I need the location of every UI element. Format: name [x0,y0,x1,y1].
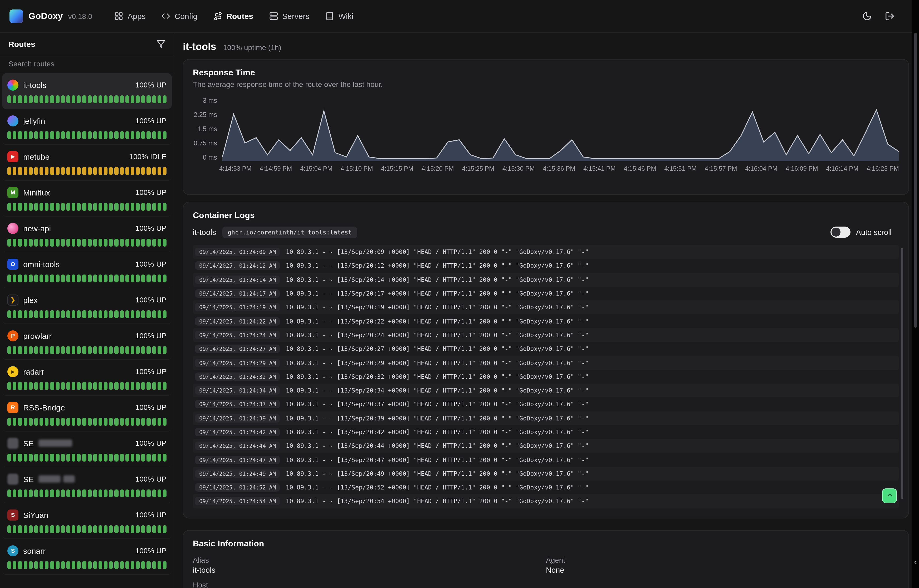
health-bar [104,310,108,318]
search-routes-input[interactable] [0,55,174,72]
health-bar [56,418,59,426]
health-bar [163,418,166,426]
health-bar [77,561,81,569]
miniflux-icon: M [7,187,18,198]
log-message: 10.89.3.1 - - [13/Sep/20:49 +0000] "HEAD… [286,470,589,477]
health-bar [34,275,38,283]
collapse-panel-button[interactable] [912,557,919,568]
health-bar [147,167,150,175]
health-bar [131,454,134,462]
health-bar [45,95,48,103]
route-health-bars [7,418,166,426]
health-bar [66,310,70,318]
route-item-jellyfin[interactable]: jellyfin 100% UP [2,109,172,145]
health-bar [45,561,48,569]
health-bar [152,167,156,175]
health-bar [136,454,140,462]
health-bar [115,203,118,211]
window-scrollbar-thumb[interactable] [914,33,917,328]
health-bar [152,525,156,533]
health-bar [34,203,38,211]
health-bar [99,346,102,354]
route-item-rss-bridge[interactable]: R RSS-Bridge 100% UP [2,396,172,431]
basic-information-grid: Aliasit-toolsAgentNoneHost [193,556,899,588]
health-bar [34,310,38,318]
route-item-siyuan[interactable]: S SiYuan 100% UP [2,503,172,539]
health-bar [56,489,59,498]
theme-toggle-button[interactable] [862,11,872,21]
log-row: 09/14/2025, 01:24:52 AM 10.89.3.1 - - [1… [193,480,899,494]
log-row: 09/14/2025, 01:24:24 AM 10.89.3.1 - - [1… [193,328,899,342]
log-message: 10.89.3.1 - - [13/Sep/20:52 +0000] "HEAD… [286,484,589,491]
filter-routes-button[interactable] [157,39,165,48]
health-bar [152,382,156,390]
autoscroll-toggle[interactable] [831,226,851,237]
health-bar [18,275,22,283]
health-bar [56,131,59,139]
health-bar [18,454,22,462]
route-item-plex[interactable]: ❯ plex 100% UP [2,288,172,324]
health-bar [40,203,43,211]
basic-information-title: Basic Information [193,539,899,549]
nav-item-wiki[interactable]: Wiki [325,11,353,21]
health-bar [158,418,161,426]
health-bar [77,489,81,498]
health-bar [163,239,166,247]
godoxy-app: GoDoxy v0.18.0 Apps Config Routes Server… [0,0,919,588]
nav-item-config[interactable]: Config [162,11,198,21]
route-item-metube[interactable]: ▶ metube 100% IDLE [2,145,172,181]
nav-item-apps[interactable]: Apps [114,11,145,21]
route-item-miniflux[interactable]: M Miniflux 100% UP [2,181,172,216]
chart-x-axis: 4:14:53 PM4:14:59 PM4:15:04 PM4:15:10 PM… [219,165,899,172]
health-bar [120,95,124,103]
health-bar [120,203,124,211]
x-axis-tick: 4:15:10 PM [341,165,373,172]
route-health-bars [7,310,166,318]
health-bar [131,310,134,318]
route-status-badge: 100% UP [136,546,166,555]
navbar-actions [862,11,909,21]
scroll-to-latest-button[interactable] [882,488,897,503]
health-bar [125,95,129,103]
logout-button[interactable] [885,11,895,21]
health-bar [163,382,166,390]
health-bar [131,275,134,283]
health-bar [23,275,27,283]
health-bar [93,203,97,211]
health-bar [29,239,32,247]
health-bar [147,310,150,318]
log-row: 09/14/2025, 01:24:12 AM 10.89.3.1 - - [1… [193,259,899,273]
chart-plot-area [222,97,899,161]
health-bar [158,310,161,318]
health-bar [40,275,43,283]
health-bar [77,95,81,103]
health-bar [45,275,48,283]
route-item-new-api[interactable]: new-api 100% UP [2,216,172,252]
log-timestamp: 09/14/2025, 01:24:32 AM [195,373,280,381]
nav-item-routes[interactable]: Routes [213,11,253,21]
route-item-se[interactable]: SE 100% UP [2,431,172,467]
route-health-bars [7,489,166,498]
nav-item-servers[interactable]: Servers [269,11,309,21]
logs-scrollbar[interactable] [901,248,903,499]
health-bar [66,489,70,498]
route-item-se[interactable]: SE 100% UP [2,467,172,503]
x-axis-tick: 4:15:41 PM [583,165,616,172]
health-bar [109,95,113,103]
route-item-omni-tools[interactable]: O omni-tools 100% UP [2,252,172,288]
health-bar [136,561,140,569]
route-item-it-tools[interactable]: it-tools 100% UP [2,73,172,109]
health-bar [93,167,97,175]
route-item-sonarr[interactable]: S sonarr 100% UP [2,539,172,575]
route-item-header: S SiYuan 100% UP [7,509,166,520]
route-item-radarr[interactable]: ▸ radarr 100% UP [2,360,172,396]
logout-icon [885,15,895,23]
nav-label: Apps [128,11,145,21]
route-item-prowlarr[interactable]: P prowlarr 100% UP [2,324,172,360]
health-bar [7,310,11,318]
health-bar [56,454,59,462]
route-item-header: S sonarr 100% UP [7,545,166,556]
route-item-header: jellyfin 100% UP [7,115,166,126]
health-bar [29,131,32,139]
health-bar [120,239,124,247]
